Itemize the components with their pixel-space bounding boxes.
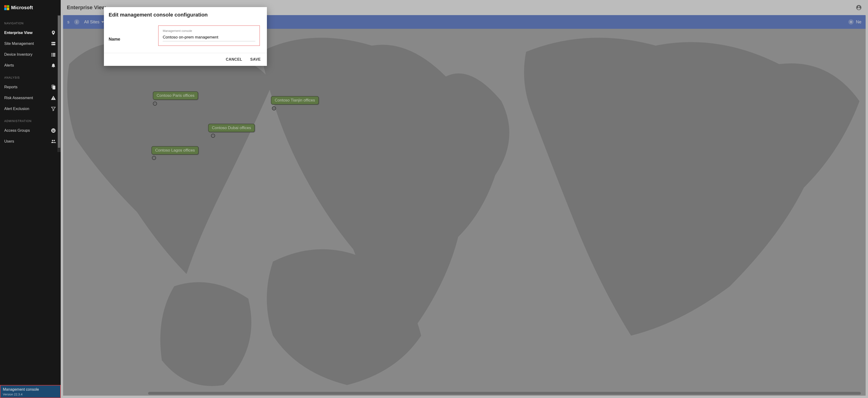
filter-icon: [51, 106, 56, 111]
bell-icon: [51, 63, 56, 68]
copy-icon: [51, 85, 56, 90]
nav-item-label: Site Management: [4, 41, 34, 46]
server-icon: [51, 41, 56, 46]
save-button[interactable]: SAVE: [250, 57, 261, 62]
group-circle-icon: [51, 128, 56, 133]
svg-point-11: [52, 130, 53, 131]
svg-rect-5: [53, 53, 55, 54]
sidebar-nav: NAVIGATION Enterprise View Site Manageme…: [0, 15, 61, 398]
field-label-name: Name: [108, 26, 151, 42]
management-console-version: Version 22.3.4: [3, 393, 58, 396]
map-label-tianjin[interactable]: Contoso Tianjin offices: [271, 96, 319, 105]
map-pin-dubai[interactable]: [211, 134, 215, 138]
new-button-label[interactable]: Ne: [856, 20, 861, 25]
management-console-footer[interactable]: Management console Version 22.3.4: [0, 385, 61, 398]
cancel-button[interactable]: CANCEL: [226, 57, 242, 62]
nav-reports[interactable]: Reports: [0, 82, 61, 93]
map-pin-paris[interactable]: [153, 101, 157, 106]
nav-site-management[interactable]: Site Management: [0, 38, 61, 49]
info-icon[interactable]: i: [74, 19, 80, 25]
floating-label: Management console: [163, 29, 255, 33]
nav-alerts[interactable]: Alerts: [0, 60, 61, 71]
list-icon: [51, 52, 56, 57]
svg-rect-1: [52, 44, 56, 45]
svg-point-12: [54, 130, 55, 131]
nav-device-inventory[interactable]: Device Inventory: [0, 49, 61, 60]
svg-point-10: [51, 128, 56, 133]
svg-rect-8: [52, 56, 53, 57]
people-icon: [51, 139, 56, 144]
microsoft-logo-icon: [4, 5, 9, 10]
map-label-dubai[interactable]: Contoso Dubai offices: [208, 124, 255, 132]
nav-item-label: Users: [4, 139, 14, 143]
nav-item-label: Alerts: [4, 63, 14, 68]
all-sites-dropdown[interactable]: All Sites: [84, 20, 104, 25]
page-title: Enterprise View: [67, 4, 106, 11]
svg-point-2: [52, 42, 53, 43]
brand-text: Microsoft: [11, 5, 33, 10]
toolbar-truncated-left: s: [67, 20, 69, 25]
modal-title: Edit management console configuration: [104, 7, 267, 21]
name-input-container: Management console: [158, 26, 260, 46]
pin-icon: [51, 30, 56, 35]
map-pin-lagos[interactable]: [152, 156, 156, 160]
name-input[interactable]: [163, 34, 255, 41]
account-icon[interactable]: [856, 4, 862, 11]
nav-item-label: Risk Assessment: [4, 96, 33, 100]
svg-point-14: [54, 140, 55, 141]
management-console-label: Management console: [3, 387, 58, 392]
nav-enterprise-view[interactable]: Enterprise View: [0, 27, 61, 38]
world-map: [63, 29, 866, 396]
nav-risk-assessment[interactable]: Risk Assessment: [0, 93, 61, 103]
nav-item-label: Reports: [4, 85, 18, 89]
map-horizontal-scrollbar[interactable]: [148, 392, 861, 395]
nav-users[interactable]: Users: [0, 136, 61, 147]
svg-rect-0: [52, 42, 56, 43]
nav-access-groups[interactable]: Access Groups: [0, 125, 61, 136]
nav-section-administration: ADMINISTRATION: [0, 114, 61, 125]
nav-section-navigation: NAVIGATION: [0, 16, 61, 27]
svg-rect-9: [53, 56, 55, 57]
nav-item-label: Enterprise View: [4, 31, 33, 35]
svg-point-3: [52, 44, 53, 45]
map-area[interactable]: Contoso Paris offices Contoso Tianjin of…: [63, 29, 866, 396]
nav-item-label: Device Inventory: [4, 53, 32, 57]
nav-alert-exclusion[interactable]: Alert Exclusion: [0, 103, 61, 114]
map-label-paris[interactable]: Contoso Paris offices: [153, 91, 198, 100]
brand: Microsoft: [0, 0, 61, 15]
map-pin-tianjin[interactable]: [272, 106, 276, 110]
dropdown-label: All Sites: [84, 20, 99, 25]
nav-item-label: Access Groups: [4, 128, 30, 133]
map-label-lagos[interactable]: Contoso Lagos offices: [151, 146, 199, 155]
svg-rect-7: [53, 54, 55, 55]
svg-point-13: [52, 140, 53, 141]
svg-rect-6: [52, 54, 53, 55]
nav-section-analysis: ANALYSIS: [0, 71, 61, 82]
svg-rect-4: [52, 53, 53, 54]
plus-icon[interactable]: +: [848, 19, 854, 25]
nav-item-label: Alert Exclusion: [4, 107, 29, 111]
sidebar: Microsoft NAVIGATION Enterprise View Sit…: [0, 0, 61, 398]
edit-config-modal: Edit management console configuration Na…: [104, 7, 267, 66]
warning-icon: [51, 95, 56, 101]
